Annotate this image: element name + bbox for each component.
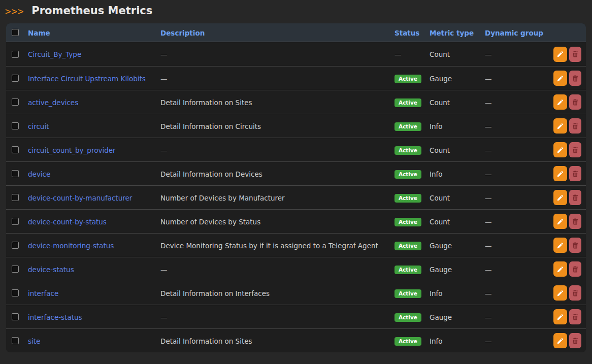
row-name-link[interactable]: interface-status (28, 313, 82, 321)
row-description: — (160, 146, 168, 154)
row-name-cell: interface (28, 288, 160, 298)
delete-button[interactable] (569, 71, 581, 86)
delete-button[interactable] (569, 309, 581, 324)
status-badge: Active (394, 218, 421, 227)
pencil-icon (557, 218, 564, 225)
delete-button[interactable] (569, 261, 581, 277)
row-metric-type-cell: Gauge (430, 74, 485, 83)
edit-button[interactable] (553, 47, 567, 62)
row-metric-type-cell: Count (430, 49, 485, 59)
row-description: Detail Information on Interfaces (160, 289, 270, 297)
edit-button[interactable] (553, 71, 567, 86)
edit-button[interactable] (553, 166, 567, 181)
row-select-checkbox[interactable] (12, 242, 19, 249)
row-actions-cell (548, 261, 586, 277)
row-dynamic-group-cell: — (485, 217, 548, 226)
trash-icon (572, 290, 578, 296)
row-metric-type: Count (430, 146, 450, 154)
select-all-checkbox[interactable] (12, 29, 19, 36)
row-metric-type: Count (430, 50, 450, 58)
row-name-link[interactable]: Circuit_By_Type (28, 50, 81, 58)
row-actions-cell (548, 94, 586, 110)
delete-button[interactable] (569, 238, 581, 253)
column-header-dynamic-group-label: Dynamic group (485, 29, 543, 37)
row-select-checkbox[interactable] (12, 218, 19, 225)
delete-button[interactable] (569, 47, 581, 62)
edit-button[interactable] (553, 238, 567, 253)
row-status-cell: Active (394, 336, 430, 346)
delete-button[interactable] (569, 142, 581, 157)
row-status-dash: — (394, 50, 402, 58)
row-select-checkbox[interactable] (12, 313, 19, 320)
row-name-link[interactable]: site (28, 337, 40, 345)
table-row: interface Detail Information on Interfac… (6, 281, 586, 305)
row-select-cell (6, 98, 28, 106)
delete-button[interactable] (569, 166, 581, 181)
column-header-description[interactable]: Description (160, 28, 394, 38)
row-name-link[interactable]: active_devices (28, 98, 78, 107)
edit-button[interactable] (553, 261, 567, 277)
row-select-checkbox[interactable] (12, 194, 19, 201)
pencil-icon (557, 171, 564, 177)
row-select-checkbox[interactable] (12, 170, 19, 177)
edit-button[interactable] (553, 309, 567, 324)
delete-button[interactable] (569, 285, 581, 301)
row-name-link[interactable]: interface (28, 289, 58, 297)
column-header-metric-type[interactable]: Metric type (430, 28, 485, 38)
edit-button[interactable] (553, 190, 567, 205)
row-dynamic-group: — (485, 218, 492, 226)
edit-button[interactable] (553, 118, 567, 134)
edit-button[interactable] (553, 285, 567, 301)
trash-icon (572, 147, 578, 153)
delete-button[interactable] (569, 333, 581, 348)
edit-button[interactable] (553, 142, 567, 157)
row-dynamic-group: — (485, 289, 492, 297)
row-description: Number of Devices by Status (160, 218, 260, 226)
row-description: — (160, 75, 168, 83)
row-name-link[interactable]: device (28, 170, 50, 178)
edit-button[interactable] (553, 94, 567, 110)
row-name-cell: Circuit_By_Type (28, 49, 160, 59)
table-row: circuit_count_by_provider — Active Count… (6, 138, 586, 161)
delete-button[interactable] (569, 118, 581, 134)
edit-button[interactable] (553, 333, 567, 348)
pencil-icon (557, 290, 564, 296)
row-actions-cell (548, 166, 586, 181)
delete-button[interactable] (569, 214, 581, 229)
row-select-checkbox[interactable] (12, 122, 19, 129)
row-name-link[interactable]: circuit (28, 122, 49, 130)
row-select-checkbox[interactable] (12, 75, 19, 82)
row-select-checkbox[interactable] (12, 98, 19, 106)
row-name-link[interactable]: device-monitoring-status (28, 242, 114, 250)
pencil-icon (557, 266, 564, 273)
delete-button[interactable] (569, 94, 581, 110)
column-header-name[interactable]: Name (28, 28, 160, 38)
row-select-checkbox[interactable] (12, 337, 19, 344)
row-select-checkbox[interactable] (12, 51, 19, 58)
row-metric-type-cell: Info (430, 169, 485, 179)
column-header-status[interactable]: Status (394, 28, 430, 38)
row-name-link[interactable]: device-status (28, 266, 74, 274)
edit-button[interactable] (553, 214, 567, 229)
row-description-cell: — (160, 49, 394, 59)
row-dynamic-group: — (485, 170, 492, 178)
row-select-checkbox[interactable] (12, 289, 19, 296)
row-dynamic-group: — (485, 242, 492, 250)
table-row: device-count-by-status Number of Devices… (6, 209, 586, 233)
row-select-cell (6, 75, 28, 82)
row-actions-cell (548, 71, 586, 86)
prompt-chevrons-icon: >>> (5, 6, 24, 17)
row-name-cell: active_devices (28, 97, 160, 107)
row-name-link[interactable]: device-count-by-status (28, 218, 107, 226)
row-name-link[interactable]: circuit_count_by_provider (28, 146, 116, 154)
row-status-cell: Active (394, 73, 430, 84)
row-name-link[interactable]: Interface Circuit Upstream Kilobits (28, 75, 146, 83)
column-header-dynamic-group[interactable]: Dynamic group (485, 28, 548, 38)
row-dynamic-group-cell: — (485, 169, 548, 179)
row-select-checkbox[interactable] (12, 266, 19, 273)
row-dynamic-group-cell: — (485, 288, 548, 298)
row-select-checkbox[interactable] (12, 146, 19, 153)
delete-button[interactable] (569, 190, 581, 205)
row-dynamic-group: — (485, 50, 492, 58)
row-name-link[interactable]: device-count-by-manufacturer (28, 194, 132, 202)
